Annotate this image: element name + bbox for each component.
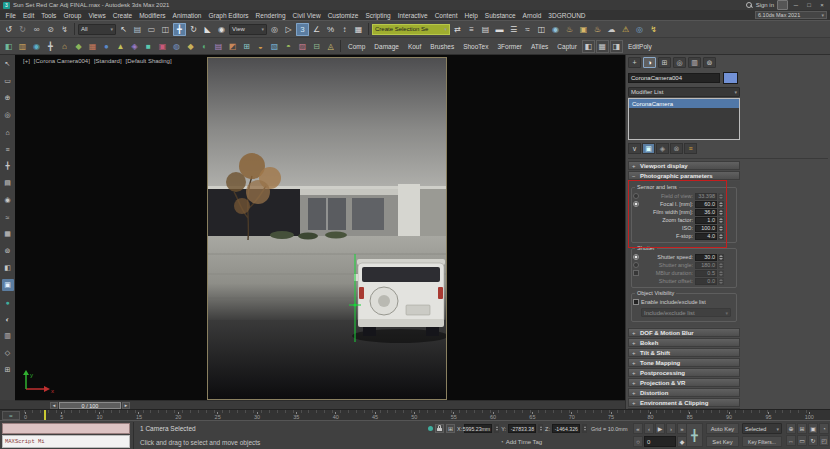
menu-item[interactable]: Modifiers — [136, 12, 169, 19]
layout-right-icon[interactable]: ◨ — [610, 40, 623, 53]
a360-cloud-icon[interactable]: ☁ — [605, 23, 618, 36]
angle-snap-icon[interactable]: ∠ — [310, 23, 323, 36]
custom-script-icon[interactable]: ◩ — [226, 40, 239, 53]
close-button[interactable]: × — [817, 1, 827, 9]
render-setup-icon[interactable]: ♨ — [563, 23, 576, 36]
parameter-value-field[interactable]: 30.0 — [695, 254, 717, 261]
custom-script-icon[interactable]: ▣ — [156, 40, 169, 53]
orbit-icon[interactable]: ↻ — [808, 435, 818, 446]
menu-item[interactable]: Substance — [481, 12, 519, 19]
rotate-icon[interactable]: ↻ — [187, 23, 200, 36]
rollout-header[interactable]: Distortion — [628, 388, 740, 397]
spinner-control[interactable] — [718, 209, 724, 216]
enable-exclude-checkbox[interactable] — [633, 299, 639, 305]
custom-script-icon[interactable]: ⊟ — [310, 40, 323, 53]
object-color-swatch[interactable] — [723, 72, 738, 84]
curve-editor-icon[interactable]: ≈ — [521, 23, 534, 36]
viewport-style-label[interactable]: [Standard] — [94, 58, 122, 64]
select-move-icon[interactable]: ╋ — [173, 23, 186, 36]
custom-script-icon[interactable]: ▤ — [212, 40, 225, 53]
rollout-header[interactable]: Tilt & Shift — [628, 348, 740, 357]
zoom-extents-icon[interactable]: ▣ — [808, 423, 818, 434]
unlink-icon[interactable]: ⊘ — [44, 23, 57, 36]
time-slider-handle[interactable]: 0 / 100 — [59, 402, 121, 409]
custom-script-icon[interactable]: ▨ — [296, 40, 309, 53]
custom-toolbar-tab[interactable]: Damage — [370, 41, 403, 52]
viewport-camera-label[interactable]: [Corona Camera004] — [34, 58, 90, 64]
side-tool-icon[interactable]: ≈ — [2, 211, 14, 223]
maximize-button[interactable]: □ — [804, 1, 814, 9]
menu-item[interactable]: Graph Editors — [205, 12, 252, 19]
custom-toolbar-tab[interactable]: Comp — [344, 41, 369, 52]
placement-icon[interactable]: ◉ — [215, 23, 228, 36]
remove-modifier-icon[interactable]: ⊗ — [670, 143, 683, 154]
spinner-control[interactable] — [718, 201, 724, 208]
custom-toolbar-tab[interactable]: ATiles — [527, 41, 552, 52]
previous-frame-button[interactable]: ◄ — [50, 402, 58, 409]
menu-item[interactable]: Content — [431, 12, 461, 19]
custom-script-icon[interactable]: ⊞ — [240, 40, 253, 53]
workspace-selector[interactable]: 6.10ds Max 2021 ▾ — [755, 11, 827, 19]
absolute-mode-button[interactable]: ⊞ — [446, 424, 455, 433]
display-tab[interactable]: ▥ — [688, 57, 701, 68]
rollout-header[interactable]: Projection & VR — [628, 378, 740, 387]
viewport-menu-plus[interactable]: [+] — [23, 58, 30, 64]
custom-script-icon[interactable]: ▥ — [16, 40, 29, 53]
side-tool-icon[interactable]: ▥ — [2, 330, 14, 342]
side-tool-icon[interactable]: ◇ — [2, 347, 14, 359]
menu-item[interactable]: Arnold — [519, 12, 545, 19]
hierarchy-tab[interactable]: ⊞ — [658, 57, 671, 68]
spinner-control[interactable] — [718, 262, 724, 269]
side-tool-icon[interactable]: ▦ — [2, 228, 14, 240]
custom-script-icon[interactable]: ◉ — [30, 40, 43, 53]
make-unique-icon[interactable]: ◈ — [656, 143, 669, 154]
schematic-view-icon[interactable]: ◫ — [535, 23, 548, 36]
custom-script-icon[interactable]: ⌂ — [58, 40, 71, 53]
layer-manager-icon[interactable]: ▤ — [479, 23, 492, 36]
side-tool-icon[interactable]: ↖ — [2, 58, 14, 70]
side-tool-icon[interactable]: ▭ — [2, 75, 14, 87]
warning-icon[interactable]: ⚠ — [619, 23, 632, 36]
menu-item[interactable]: Civil View — [289, 12, 324, 19]
percent-snap-icon[interactable]: % — [324, 23, 337, 36]
side-tool-icon[interactable]: ◎ — [2, 109, 14, 121]
side-tool-icon[interactable]: ▤ — [2, 177, 14, 189]
radio-button[interactable] — [633, 217, 639, 223]
material-editor-icon[interactable]: ◉ — [549, 23, 562, 36]
spinner-control[interactable] — [718, 278, 724, 285]
spinner-control[interactable] — [494, 424, 499, 433]
side-tool-icon[interactable]: ⌂ — [2, 126, 14, 138]
custom-script-icon[interactable]: ◓ — [282, 40, 295, 53]
custom-toolbar-tab[interactable]: Captur — [553, 41, 581, 52]
search-icon[interactable] — [746, 2, 753, 9]
custom-script-icon[interactable]: ╋ — [44, 40, 57, 53]
include-exclude-dropdown[interactable]: Include/exclude list ▾ — [641, 308, 731, 317]
bind-spacewarp-icon[interactable]: ↯ — [58, 23, 71, 36]
select-by-name-icon[interactable]: ▤ — [131, 23, 144, 36]
radio-button[interactable] — [633, 201, 639, 207]
zoom-region-icon[interactable]: ◔ — [819, 423, 829, 434]
zoom-all-icon[interactable]: ⊞ — [797, 423, 807, 434]
radio-button[interactable] — [633, 209, 639, 215]
utilities-tab[interactable]: ⊚ — [703, 57, 716, 68]
render-production-icon[interactable]: ♨ — [591, 23, 604, 36]
redo-icon[interactable]: ↻ — [16, 23, 29, 36]
custom-script-icon[interactable]: ▲ — [114, 40, 127, 53]
radio-button[interactable] — [633, 225, 639, 231]
custom-script-icon[interactable]: ● — [100, 40, 113, 53]
menu-item[interactable]: Customize — [324, 12, 362, 19]
selection-lock-button[interactable] — [435, 424, 444, 433]
radio-button[interactable] — [633, 254, 639, 260]
select-object-icon[interactable]: ↖ — [117, 23, 130, 36]
rollout-header[interactable]: Bokeh — [628, 338, 740, 347]
z-coordinate-field[interactable]: -1464.326 — [552, 424, 580, 433]
spinner-control[interactable] — [718, 193, 724, 200]
parameter-value-field[interactable]: 180.0 — [695, 262, 717, 269]
zoom-icon[interactable]: ⊕ — [786, 423, 796, 434]
radio-button[interactable] — [633, 278, 639, 284]
configure-modifier-sets-icon[interactable]: ≡ — [684, 143, 697, 154]
set-key-button[interactable]: Set Key — [706, 436, 739, 447]
spinner-control[interactable] — [538, 424, 543, 433]
selection-filter-dropdown[interactable]: All ▾ — [78, 24, 116, 35]
parameter-value-field[interactable]: 100.0 — [695, 225, 717, 232]
